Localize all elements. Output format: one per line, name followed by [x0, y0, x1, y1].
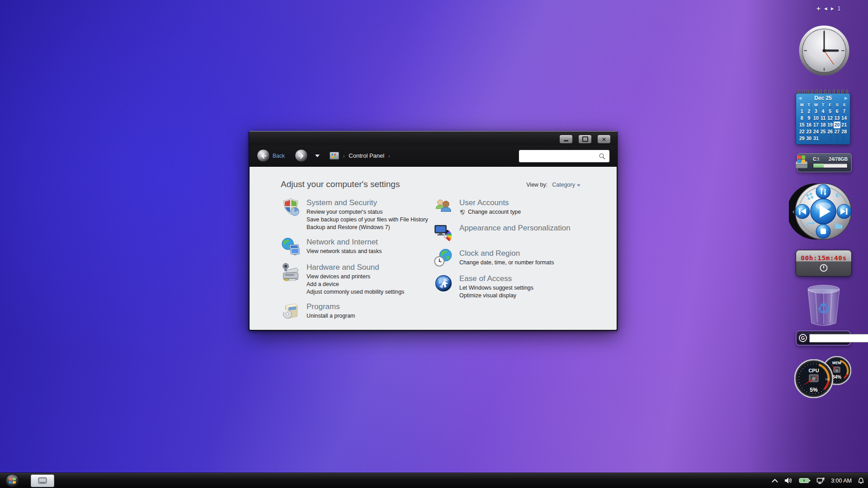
calendar-day[interactable]: 12 [826, 115, 834, 122]
task-link[interactable]: View devices and printers [307, 273, 404, 281]
calendar-day[interactable]: 18 [820, 122, 827, 128]
window-search-input[interactable] [523, 151, 599, 161]
add-gadget-button[interactable]: + [816, 5, 821, 12]
calendar-day[interactable]: 9 [806, 115, 813, 122]
timer-gadget[interactable]: 00h:15m:40s [796, 250, 852, 277]
calendar-day[interactable]: 17 [812, 122, 820, 128]
drive-meter-gadget[interactable]: C:\ 24/78GB [797, 153, 852, 172]
forward-button[interactable] [295, 149, 308, 162]
window-search-box[interactable] [519, 150, 610, 163]
task-link[interactable]: Change date, time, or number formats [459, 259, 554, 267]
clock-gadget[interactable] [799, 25, 849, 78]
calendar-day[interactable]: 22 [798, 128, 806, 135]
calendar-day[interactable]: 28 [840, 128, 848, 135]
calendar-day[interactable]: 19 [826, 122, 834, 128]
search-gadget[interactable]: G [796, 330, 851, 346]
maximize-button[interactable] [578, 135, 592, 144]
minimize-button[interactable] [559, 135, 573, 144]
calendar-day[interactable]: 11 [820, 115, 827, 122]
timer-power-button[interactable] [819, 263, 828, 272]
search-icon[interactable] [599, 153, 606, 160]
task-link[interactable]: Review your computer's status [307, 208, 428, 216]
window-titlebar[interactable]: ✕ [249, 131, 617, 145]
svg-text:CPU: CPU [808, 368, 819, 373]
task-link[interactable]: View network status and tasks [307, 248, 382, 255]
calendar-day[interactable]: 2 [806, 108, 813, 115]
category-heading-link[interactable]: User Accounts [459, 197, 521, 208]
taskbar-app-button-control-panel[interactable] [31, 474, 54, 487]
calendar-day[interactable]: 14 [840, 115, 848, 122]
task-link[interactable]: Optimize visual display [459, 292, 533, 300]
media-shuffle-button[interactable] [816, 184, 830, 199]
calendar-day[interactable]: 30 [806, 135, 813, 142]
calendar-day[interactable]: 10 [812, 115, 820, 122]
close-button[interactable]: ✕ [597, 135, 611, 144]
view-by-dropdown[interactable]: Category [552, 182, 580, 188]
calendar-day[interactable]: 15 [798, 122, 806, 128]
category-heading-link[interactable]: Ease of Access [459, 273, 533, 284]
user-accounts-icon[interactable] [434, 197, 453, 217]
task-link[interactable]: Save backup copies of your files with Fi… [307, 216, 428, 224]
category-heading-link[interactable]: Clock and Region [459, 248, 554, 259]
calendar-selected-day[interactable]: 20 [834, 122, 841, 128]
pager-next-icon[interactable]: ▶ [831, 6, 834, 11]
calendar-day[interactable]: 24 [812, 128, 820, 135]
calendar-day[interactable]: 7 [840, 108, 848, 115]
svg-text:100: 100 [825, 378, 830, 380]
tray-expand-chevron-icon[interactable] [771, 479, 778, 483]
hardware-sound-icon[interactable] [281, 262, 301, 282]
category-heading-link[interactable]: Programs [307, 301, 355, 312]
task-link[interactable]: Uninstall a program [307, 312, 355, 320]
battery-icon[interactable] [799, 477, 811, 484]
volume-icon[interactable] [784, 477, 793, 484]
calendar-gadget[interactable]: ◀ Dec 25 ▶ MTWTFSS1234567891011121314151… [796, 89, 850, 145]
media-collapse-icon[interactable]: ‹ [793, 208, 795, 215]
network-internet-icon[interactable] [281, 237, 301, 257]
category-heading-link[interactable]: Network and Internet [307, 237, 382, 248]
category-heading-link[interactable]: Hardware and Sound [307, 262, 404, 273]
calendar-day[interactable]: 25 [820, 128, 827, 135]
ease-access-icon[interactable] [434, 273, 453, 293]
calendar-day[interactable]: 21 [840, 122, 848, 128]
calendar-day[interactable]: 4 [820, 108, 827, 115]
recycle-bin-gadget[interactable]: ♻ [801, 282, 846, 329]
calendar-day[interactable]: 27 [834, 128, 841, 135]
notification-bell-icon[interactable] [858, 477, 864, 484]
task-link[interactable]: Backup and Restore (Windows 7) [307, 224, 428, 231]
task-link[interactable]: Change account type [459, 208, 521, 216]
recent-pages-dropdown-icon[interactable] [315, 155, 320, 157]
pager-prev-icon[interactable]: ◀ [824, 6, 827, 11]
calendar-day[interactable]: 31 [812, 135, 820, 142]
category-heading-link[interactable]: System and Security [307, 197, 428, 208]
category-heading-link[interactable]: Appearance and Personalization [459, 223, 571, 234]
breadcrumb-control-panel[interactable]: Control Panel [349, 152, 384, 159]
navigation-bar: Back › Control Panel › [249, 145, 617, 167]
breadcrumb-separator-icon[interactable]: › [388, 153, 390, 159]
calendar-day[interactable]: 5 [826, 108, 834, 115]
calendar-next-icon[interactable]: ▶ [844, 96, 848, 100]
calendar-day[interactable]: 26 [826, 128, 834, 135]
back-button[interactable] [257, 149, 270, 162]
appearance-icon[interactable] [434, 223, 453, 243]
calendar-day[interactable]: 6 [834, 108, 841, 115]
calendar-day[interactable]: 1 [798, 108, 806, 115]
calendar-day[interactable]: 13 [834, 115, 841, 122]
calendar-prev-icon[interactable]: ◀ [798, 96, 802, 100]
calendar-day[interactable]: 23 [806, 128, 813, 135]
tray-clock[interactable]: 3:00 AM [831, 478, 852, 484]
task-link[interactable]: Let Windows suggest settings [459, 284, 533, 292]
cpu-meter-gadget[interactable]: MEM 34% CPU 100 5% [794, 356, 855, 398]
calendar-day[interactable]: 3 [812, 108, 820, 115]
calendar-day[interactable]: 29 [798, 135, 806, 142]
calendar-day[interactable]: 8 [798, 115, 806, 122]
programs-icon[interactable] [281, 301, 301, 321]
calendar-day[interactable]: 16 [806, 122, 813, 128]
system-security-icon[interactable] [281, 197, 301, 217]
network-icon[interactable] [816, 477, 825, 484]
start-button[interactable] [5, 474, 19, 488]
task-link[interactable]: Add a device [307, 281, 404, 288]
gadget-pager: + ◀ ▶ 1 [816, 5, 840, 12]
gadget-search-input[interactable] [809, 334, 868, 343]
task-link[interactable]: Adjust commonly used mobility settings [307, 288, 404, 296]
clock-region-icon[interactable] [434, 248, 453, 268]
